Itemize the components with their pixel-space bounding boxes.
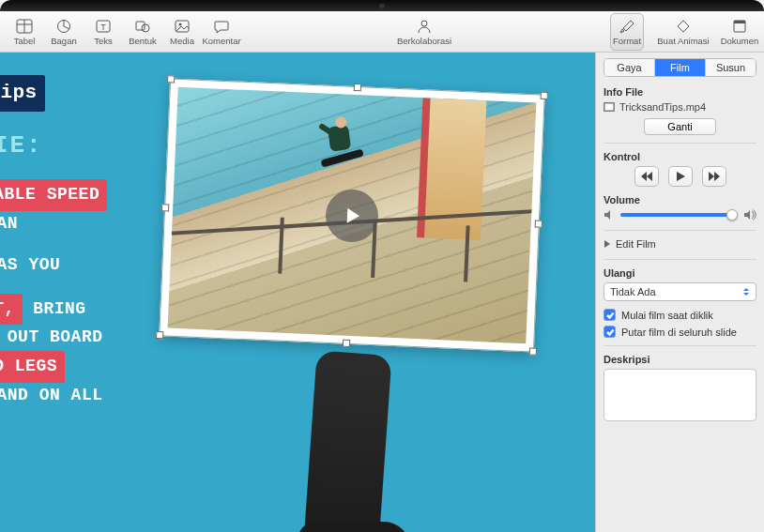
device-bezel bbox=[0, 0, 764, 11]
bg-leg bbox=[302, 350, 391, 532]
deskripsi-header: Deskripsi bbox=[604, 354, 756, 365]
toolbar-bentuk[interactable]: Bentuk bbox=[126, 13, 160, 51]
edit-film-label: Edit Film bbox=[616, 238, 656, 250]
toolbar-dokumen[interactable]: Dokumen bbox=[723, 13, 756, 51]
replace-button[interactable]: Ganti bbox=[644, 118, 715, 135]
hl: XTEND LEGS bbox=[0, 351, 65, 383]
toolbar-format[interactable]: Format bbox=[610, 13, 644, 51]
video-object[interactable] bbox=[159, 78, 545, 352]
volume-slider[interactable] bbox=[620, 213, 738, 217]
kontrol-header: Kontrol bbox=[604, 151, 756, 162]
diamond-icon bbox=[674, 18, 693, 35]
checkbox-play-across-slides[interactable] bbox=[604, 326, 616, 338]
chevron-updown-icon bbox=[742, 287, 750, 296]
hl: FORTABLE SPEED bbox=[0, 179, 107, 211]
chart-icon bbox=[54, 18, 73, 35]
txt: LEVEL OUT BOARD bbox=[0, 327, 103, 346]
svg-point-9 bbox=[179, 23, 182, 25]
inspector-panel: Gaya Film Susun Info File TricksandTips.… bbox=[595, 53, 764, 532]
toolbar-label: Buat Animasi bbox=[657, 36, 709, 46]
text-icon: T bbox=[94, 18, 113, 35]
txt: YOU LAND ON ALL bbox=[0, 386, 103, 404]
toolbar-label: Bentuk bbox=[129, 36, 157, 46]
volume-high-icon bbox=[743, 209, 756, 220]
svg-point-7 bbox=[142, 24, 149, 32]
title-pill: nd tips bbox=[0, 75, 45, 112]
svg-rect-12 bbox=[734, 21, 745, 23]
resize-handle[interactable] bbox=[541, 92, 548, 99]
ulangi-header: Ulangi bbox=[604, 267, 756, 279]
comment-icon bbox=[212, 18, 231, 35]
toolbar-label: Teks bbox=[94, 36, 113, 46]
toolbar-label: Bagan bbox=[51, 36, 76, 46]
svg-rect-6 bbox=[136, 22, 145, 30]
forward-button[interactable] bbox=[702, 166, 726, 187]
headline: OLLIE: bbox=[0, 131, 43, 160]
toolbar-animasi[interactable]: Buat Animasi bbox=[649, 13, 717, 51]
resize-handle[interactable] bbox=[161, 204, 169, 211]
media-icon bbox=[173, 18, 191, 35]
inspector-tabs: Gaya Film Susun bbox=[604, 58, 756, 77]
play-button[interactable] bbox=[668, 166, 693, 187]
checkbox-label: Mulai film saat diklik bbox=[621, 310, 713, 321]
edit-film-disclosure[interactable]: Edit Film bbox=[604, 238, 756, 250]
toolbar-tabel[interactable]: Tabel bbox=[8, 13, 41, 51]
toolbar-label: Media bbox=[170, 36, 194, 46]
filename: TricksandTips.mp4 bbox=[619, 101, 706, 113]
volume-header: Volume bbox=[604, 194, 756, 205]
svg-point-10 bbox=[421, 21, 427, 26]
toolbar-label: Berkolaborasi bbox=[397, 36, 451, 46]
slide-canvas[interactable]: nd tips OLLIE: FORTABLE SPEED YOU CAN DO… bbox=[0, 53, 595, 532]
shape-icon bbox=[133, 18, 152, 35]
doc-icon bbox=[730, 18, 749, 35]
toolbar-media[interactable]: Media bbox=[165, 13, 199, 51]
resize-handle[interactable] bbox=[167, 75, 175, 83]
tab-susun[interactable]: Susun bbox=[705, 59, 756, 76]
txt: DOWN AS YOU bbox=[0, 255, 60, 274]
toolbar-label: Format bbox=[613, 36, 641, 46]
rewind-button[interactable] bbox=[634, 166, 659, 187]
checkbox-start-on-click[interactable] bbox=[604, 309, 616, 321]
resize-handle[interactable] bbox=[354, 84, 361, 91]
checkbox-label: Putar film di seluruh slide bbox=[621, 327, 737, 338]
tab-gaya[interactable]: Gaya bbox=[604, 59, 654, 76]
toolbar-label: Dokumen bbox=[721, 36, 759, 46]
toolbar-teks[interactable]: T Teks bbox=[86, 13, 120, 51]
resize-handle[interactable] bbox=[535, 220, 542, 227]
toolbar-komentar[interactable]: Komentar bbox=[205, 13, 238, 51]
toolbar: Tabel Bagan T Teks Bentuk Media Komentar… bbox=[0, 11, 764, 53]
resize-handle[interactable] bbox=[529, 347, 537, 355]
info-file-header: Info File bbox=[604, 86, 756, 98]
hl: CHEST, bbox=[0, 294, 23, 326]
txt: BRING bbox=[33, 299, 86, 318]
ulangi-value: Tidak Ada bbox=[610, 286, 656, 297]
resize-handle[interactable] bbox=[156, 331, 163, 339]
movie-file-icon bbox=[604, 101, 615, 113]
person-icon bbox=[415, 18, 434, 35]
toolbar-kolaborasi[interactable]: Berkolaborasi bbox=[390, 13, 458, 51]
table-icon bbox=[15, 18, 34, 35]
brush-icon bbox=[618, 18, 636, 35]
slider-knob[interactable] bbox=[726, 209, 738, 220]
tab-film[interactable]: Film bbox=[654, 59, 705, 76]
volume-low-icon bbox=[604, 209, 615, 220]
toolbar-label: Komentar bbox=[202, 36, 240, 46]
toolbar-label: Tabel bbox=[14, 36, 36, 46]
file-row: TricksandTips.mp4 bbox=[604, 101, 756, 113]
ulangi-select[interactable]: Tidak Ada bbox=[604, 282, 756, 301]
svg-rect-14 bbox=[605, 104, 614, 111]
deskripsi-textarea[interactable] bbox=[604, 369, 756, 421]
resize-handle[interactable] bbox=[343, 340, 350, 347]
toolbar-bagan[interactable]: Bagan bbox=[47, 13, 81, 51]
svg-text:T: T bbox=[100, 23, 106, 32]
txt: YOU CAN bbox=[0, 214, 18, 233]
bg-shoe bbox=[298, 522, 410, 532]
